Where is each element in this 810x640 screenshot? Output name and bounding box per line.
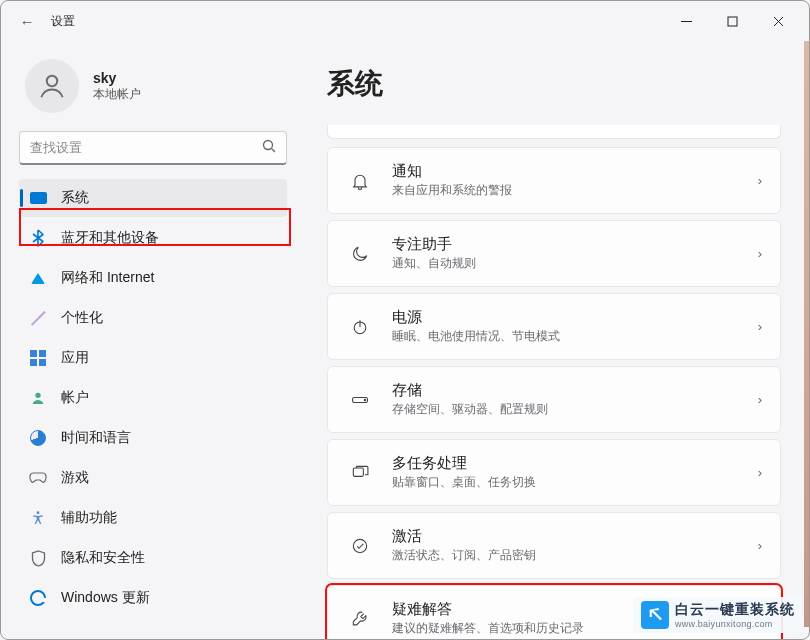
card-storage[interactable]: 存储 存储空间、驱动器、配置规则 › — [327, 366, 781, 433]
card-power[interactable]: 电源 睡眠、电池使用情况、节电模式 › — [327, 293, 781, 360]
sidebar-item-accessibility[interactable]: 辅助功能 — [19, 499, 287, 537]
chevron-right-icon: › — [758, 319, 762, 334]
page-title: 系统 — [327, 65, 781, 103]
sidebar: sky 本地帐户 系统 蓝牙和其他设备 网络和 Int — [1, 41, 301, 639]
sidebar-item-label: Windows 更新 — [61, 589, 150, 607]
card-partial-top — [327, 125, 781, 139]
card-title: 通知 — [392, 162, 758, 181]
svg-point-4 — [47, 76, 58, 87]
svg-point-5 — [264, 141, 273, 150]
sidebar-item-apps[interactable]: 应用 — [19, 339, 287, 377]
wifi-icon — [29, 269, 47, 287]
account-block[interactable]: sky 本地帐户 — [19, 51, 287, 131]
sidebar-item-system[interactable]: 系统 — [19, 179, 287, 217]
chevron-right-icon: › — [758, 173, 762, 188]
sidebar-item-label: 游戏 — [61, 469, 89, 487]
svg-point-12 — [364, 399, 365, 400]
search-box[interactable] — [19, 131, 287, 165]
sidebar-item-personalization[interactable]: 个性化 — [19, 299, 287, 337]
sidebar-item-gaming[interactable]: 游戏 — [19, 459, 287, 497]
card-subtitle: 来自应用和系统的警报 — [392, 182, 758, 199]
sidebar-item-label: 个性化 — [61, 309, 103, 327]
sidebar-item-accounts[interactable]: 帐户 — [19, 379, 287, 417]
sidebar-item-bluetooth[interactable]: 蓝牙和其他设备 — [19, 219, 287, 257]
minimize-button[interactable] — [663, 5, 709, 37]
card-subtitle: 睡眠、电池使用情况、节电模式 — [392, 328, 758, 345]
person-icon — [29, 389, 47, 407]
bluetooth-icon — [29, 229, 47, 247]
sidebar-item-label: 隐私和安全性 — [61, 549, 145, 567]
card-title: 存储 — [392, 381, 758, 400]
multitask-icon — [346, 459, 374, 487]
chevron-right-icon: › — [758, 465, 762, 480]
sidebar-item-network[interactable]: 网络和 Internet — [19, 259, 287, 297]
sidebar-item-label: 应用 — [61, 349, 89, 367]
account-type: 本地帐户 — [93, 86, 141, 103]
watermark: 白云一键重装系统 www.baiyunxitong.com — [633, 597, 803, 633]
power-icon — [346, 313, 374, 341]
wrench-icon — [346, 605, 374, 633]
sidebar-item-label: 系统 — [61, 189, 89, 207]
shield-icon — [29, 549, 47, 567]
card-subtitle: 通知、自动规则 — [392, 255, 758, 272]
nav: 系统 蓝牙和其他设备 网络和 Internet 个性化 应用 — [19, 179, 287, 617]
card-title: 激活 — [392, 527, 758, 546]
drive-icon — [346, 386, 374, 414]
svg-rect-13 — [353, 468, 363, 476]
card-notifications[interactable]: 通知 来自应用和系统的警报 › — [327, 147, 781, 214]
card-focus-assist[interactable]: 专注助手 通知、自动规则 › — [327, 220, 781, 287]
apps-icon — [29, 349, 47, 367]
search-input[interactable] — [30, 140, 262, 155]
sidebar-item-privacy[interactable]: 隐私和安全性 — [19, 539, 287, 577]
card-title: 多任务处理 — [392, 454, 758, 473]
maximize-button[interactable] — [709, 5, 755, 37]
sidebar-item-label: 网络和 Internet — [61, 269, 154, 287]
sidebar-item-label: 辅助功能 — [61, 509, 117, 527]
chevron-right-icon: › — [758, 538, 762, 553]
sidebar-item-label: 蓝牙和其他设备 — [61, 229, 159, 247]
svg-point-14 — [353, 539, 366, 552]
card-activation[interactable]: 激活 激活状态、订阅、产品密钥 › — [327, 512, 781, 579]
sidebar-item-label: 时间和语言 — [61, 429, 131, 447]
right-edge-strip — [804, 41, 809, 627]
back-button[interactable]: ← — [9, 13, 45, 30]
bell-icon — [346, 167, 374, 195]
svg-rect-1 — [728, 17, 737, 26]
sidebar-item-time-language[interactable]: 时间和语言 — [19, 419, 287, 457]
card-subtitle: 激活状态、订阅、产品密钥 — [392, 547, 758, 564]
avatar-icon — [25, 59, 79, 113]
gamepad-icon — [29, 469, 47, 487]
account-name: sky — [93, 70, 141, 86]
check-circle-icon — [346, 532, 374, 560]
card-multitasking[interactable]: 多任务处理 贴靠窗口、桌面、任务切换 › — [327, 439, 781, 506]
card-subtitle: 贴靠窗口、桌面、任务切换 — [392, 474, 758, 491]
watermark-title: 白云一键重装系统 — [675, 601, 795, 619]
main-panel: 系统 通知 来自应用和系统的警报 › 专注助手 通知、自动规则 › 电源 睡眠、… — [301, 41, 809, 639]
window-title: 设置 — [51, 13, 75, 30]
chevron-right-icon: › — [758, 392, 762, 407]
card-subtitle: 存储空间、驱动器、配置规则 — [392, 401, 758, 418]
title-bar: ← 设置 — [1, 1, 809, 41]
close-button[interactable] — [755, 5, 801, 37]
svg-line-6 — [272, 149, 276, 153]
watermark-url: www.baiyunxitong.com — [675, 619, 795, 629]
sidebar-item-windows-update[interactable]: Windows 更新 — [19, 579, 287, 617]
card-title: 电源 — [392, 308, 758, 327]
svg-point-8 — [37, 511, 40, 514]
clock-globe-icon — [29, 429, 47, 447]
sidebar-item-label: 帐户 — [61, 389, 89, 407]
svg-point-7 — [35, 393, 40, 398]
system-icon — [29, 189, 47, 207]
search-icon — [262, 139, 276, 156]
brush-icon — [29, 309, 47, 327]
moon-icon — [346, 240, 374, 268]
chevron-right-icon: › — [758, 246, 762, 261]
window-controls — [663, 5, 801, 37]
card-title: 专注助手 — [392, 235, 758, 254]
accessibility-icon — [29, 509, 47, 527]
watermark-logo-icon — [641, 601, 669, 629]
update-icon — [29, 589, 47, 607]
